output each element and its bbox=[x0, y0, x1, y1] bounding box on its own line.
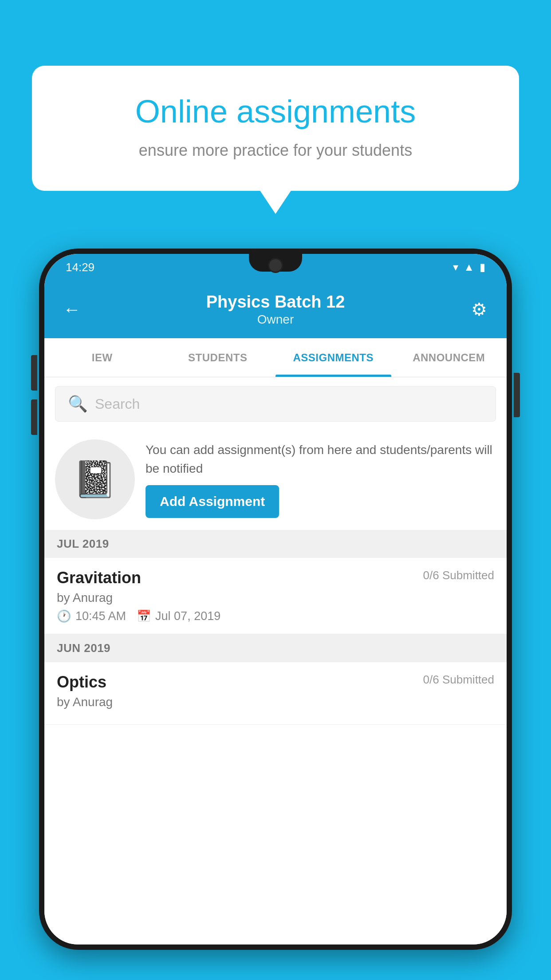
assignment-meta-gravitation: 🕐 10:45 AM 📅 Jul 07, 2019 bbox=[57, 609, 494, 623]
tab-announcements[interactable]: ANNOUNCEM bbox=[391, 338, 507, 377]
assignment-submitted-optics: 0/6 Submitted bbox=[423, 673, 494, 687]
assignment-item-gravitation[interactable]: Gravitation 0/6 Submitted by Anurag 🕐 10… bbox=[44, 558, 507, 634]
tab-students[interactable]: STUDENTS bbox=[160, 338, 276, 377]
status-bar: 14:29 ▾ ▲ ▮ bbox=[44, 254, 507, 281]
back-button[interactable]: ← bbox=[59, 296, 85, 323]
tab-students-label: STUDENTS bbox=[188, 352, 247, 364]
clock-icon: 🕐 bbox=[57, 609, 71, 623]
speech-bubble: Online assignments ensure more practice … bbox=[32, 66, 519, 191]
promo-card: 📓 You can add assignment(s) from here an… bbox=[44, 431, 507, 530]
assignment-time-gravitation: 🕐 10:45 AM bbox=[57, 609, 126, 623]
speech-bubble-subtitle: ensure more practice for your students bbox=[63, 141, 488, 160]
promo-icon-circle: 📓 bbox=[55, 439, 135, 519]
wifi-icon: ▾ bbox=[453, 261, 458, 273]
volume-down-button[interactable] bbox=[31, 399, 37, 435]
tab-overview[interactable]: IEW bbox=[44, 338, 160, 377]
search-bar[interactable]: 🔍 Search bbox=[55, 386, 496, 422]
tab-overview-label: IEW bbox=[92, 352, 113, 364]
settings-button[interactable]: ⚙ bbox=[466, 296, 492, 323]
section-header-jun2019: JUN 2019 bbox=[44, 634, 507, 662]
assignment-time-text: 10:45 AM bbox=[75, 609, 126, 623]
app-bar-subtitle: Owner bbox=[85, 312, 466, 327]
content-area: 🔍 Search 📓 You can add assignment(s) fro… bbox=[44, 377, 507, 944]
speech-bubble-container: Online assignments ensure more practice … bbox=[32, 66, 519, 191]
notebook-icon: 📓 bbox=[73, 458, 117, 500]
promo-text-area: You can add assignment(s) from here and … bbox=[146, 441, 496, 518]
assignment-date-gravitation: 📅 Jul 07, 2019 bbox=[137, 609, 220, 623]
tab-announcements-label: ANNOUNCEM bbox=[413, 352, 485, 364]
assignment-submitted-gravitation: 0/6 Submitted bbox=[423, 569, 494, 582]
power-button[interactable] bbox=[514, 373, 520, 417]
app-bar-title: Physics Batch 12 bbox=[85, 292, 466, 312]
phone-frame: 14:29 ▾ ▲ ▮ ← Physics Batch 12 Owner ⚙ bbox=[39, 249, 512, 950]
search-icon: 🔍 bbox=[68, 395, 88, 413]
assignment-date-text: Jul 07, 2019 bbox=[155, 609, 220, 623]
settings-gear-icon: ⚙ bbox=[471, 299, 487, 320]
assignment-by-gravitation: by Anurag bbox=[57, 591, 494, 605]
assignment-name-gravitation: Gravitation bbox=[57, 569, 141, 587]
tabs-container: IEW STUDENTS ASSIGNMENTS ANNOUNCEM bbox=[44, 338, 507, 377]
speech-bubble-title: Online assignments bbox=[63, 92, 488, 130]
calendar-icon: 📅 bbox=[137, 609, 151, 623]
add-assignment-button[interactable]: Add Assignment bbox=[146, 485, 279, 518]
search-placeholder-text: Search bbox=[95, 396, 140, 412]
battery-icon: ▮ bbox=[480, 261, 485, 273]
app-bar: ← Physics Batch 12 Owner ⚙ bbox=[44, 281, 507, 338]
tab-assignments-label: ASSIGNMENTS bbox=[293, 352, 374, 364]
volume-up-button[interactable] bbox=[31, 355, 37, 391]
back-arrow-icon: ← bbox=[63, 300, 81, 320]
phone-container: 14:29 ▾ ▲ ▮ ← Physics Batch 12 Owner ⚙ bbox=[39, 249, 512, 980]
section-header-jul2019: JUL 2019 bbox=[44, 530, 507, 558]
tab-assignments[interactable]: ASSIGNMENTS bbox=[276, 338, 391, 377]
promo-description: You can add assignment(s) from here and … bbox=[146, 441, 496, 478]
phone-screen: 14:29 ▾ ▲ ▮ ← Physics Batch 12 Owner ⚙ bbox=[44, 254, 507, 944]
search-container: 🔍 Search bbox=[44, 377, 507, 431]
assignment-row1-optics: Optics 0/6 Submitted bbox=[57, 673, 494, 692]
assignment-by-optics: by Anurag bbox=[57, 695, 494, 709]
assignment-row1: Gravitation 0/6 Submitted bbox=[57, 569, 494, 587]
assignment-name-optics: Optics bbox=[57, 673, 106, 692]
assignment-item-optics[interactable]: Optics 0/6 Submitted by Anurag bbox=[44, 662, 507, 725]
signal-icon: ▲ bbox=[464, 261, 474, 273]
status-time: 14:29 bbox=[66, 261, 94, 274]
app-bar-title-area: Physics Batch 12 Owner bbox=[85, 292, 466, 327]
status-icons: ▾ ▲ ▮ bbox=[453, 261, 485, 273]
